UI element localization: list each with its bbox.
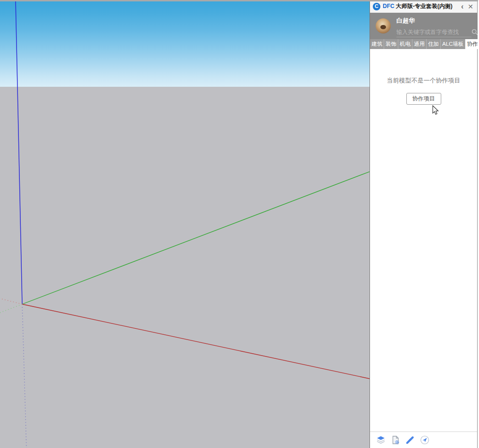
file-settings-icon (391, 435, 400, 445)
collapse-panel-button[interactable]: ‹ (461, 3, 463, 10)
collab-project-button[interactable]: 协作项目 (406, 93, 441, 105)
search-icon[interactable] (471, 29, 478, 35)
panel-title-text: 大师版-专业套装(内测) (396, 2, 453, 10)
viewport-axes (0, 0, 370, 448)
search-input[interactable] (396, 29, 470, 35)
eyedropper-button[interactable] (405, 435, 415, 445)
user-section: 白超华 (370, 13, 477, 39)
viewport-3d[interactable] (0, 0, 370, 448)
close-panel-button[interactable]: ✕ (468, 3, 473, 10)
tab-alc-qiangban[interactable]: ALC墙板 (441, 39, 465, 49)
layers-icon (376, 435, 386, 445)
tab-tongyong[interactable]: 通用 (412, 39, 427, 49)
axis-z-negative-dotted (22, 304, 26, 448)
app-window: C DFC 大师版-专业套装(内测) ‹ ✕ 白超华 建筑 (0, 0, 479, 448)
dfc-plugin-panel: C DFC 大师版-专业套装(内测) ‹ ✕ 白超华 建筑 (370, 0, 478, 448)
panel-title-brand: DFC (383, 3, 395, 9)
eyedropper-icon (405, 435, 415, 445)
axis-x-red (22, 304, 370, 379)
panel-title: DFC 大师版-专业套装(内测) (383, 2, 453, 10)
user-name: 白超华 (396, 17, 415, 25)
bottom-toolbar (370, 431, 477, 448)
file-settings-button[interactable] (390, 435, 400, 445)
dfc-logo-icon: C (373, 3, 380, 10)
collab-status-message: 当前模型不是一个协作项目 (370, 76, 477, 85)
tab-zhujia[interactable]: 住加 (427, 39, 441, 49)
category-tabs: 建筑 装饰 机电 通用 住加 ALC墙板 协作 (370, 39, 477, 49)
collab-tab-content: 当前模型不是一个协作项目 协作项目 (370, 49, 477, 431)
panel-titlebar: C DFC 大师版-专业套装(内测) ‹ ✕ (370, 0, 477, 13)
axis-x-negative-dotted (0, 299, 22, 304)
window-top-edge (0, 0, 478, 1)
mouse-cursor (431, 105, 439, 116)
tab-xiezuo[interactable]: 协作 (465, 39, 479, 49)
send-button[interactable] (420, 435, 429, 445)
search-row (396, 27, 471, 37)
axis-z-blue (16, 0, 22, 304)
tab-jianzhu[interactable]: 建筑 (370, 39, 384, 49)
axis-y-negative-dotted (0, 304, 22, 313)
tab-jidian[interactable]: 机电 (398, 39, 412, 49)
send-icon (420, 435, 429, 445)
axis-y-green (22, 172, 370, 304)
user-avatar[interactable] (376, 18, 391, 33)
tab-zhuangshi[interactable]: 装饰 (384, 39, 398, 49)
layers-button[interactable] (376, 435, 386, 445)
